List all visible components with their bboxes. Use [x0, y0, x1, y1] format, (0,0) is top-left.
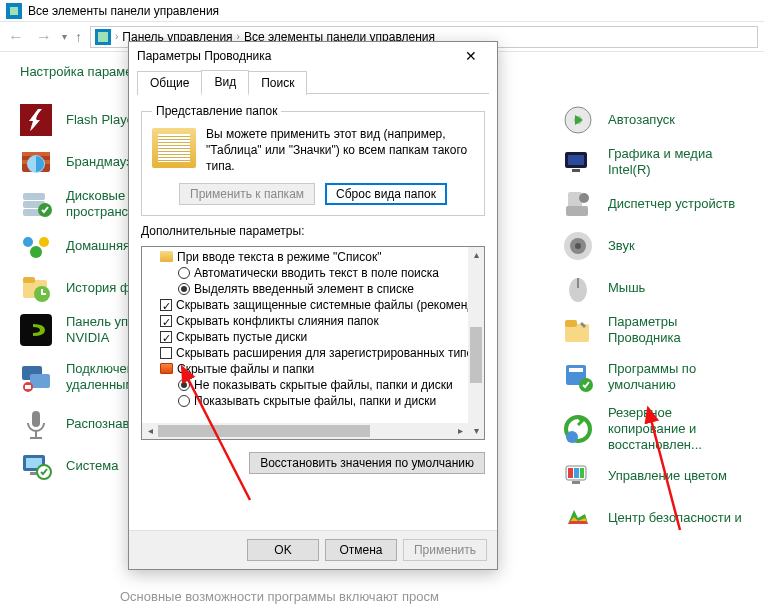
item-devmgr[interactable]: Диспетчер устройств: [562, 183, 744, 225]
dialog-title: Параметры Проводника: [137, 49, 271, 63]
svg-rect-15: [20, 314, 52, 346]
tree-radio-auto-search[interactable]: Автоматически вводить текст в поле поиск…: [146, 265, 480, 281]
vertical-scrollbar[interactable]: ▴ ▾: [468, 247, 484, 439]
firewall-icon: [20, 146, 52, 178]
svg-rect-43: [569, 368, 583, 372]
item-mouse[interactable]: Мышь: [562, 267, 744, 309]
file-history-icon: [20, 272, 52, 304]
svg-rect-49: [574, 468, 579, 478]
checkbox-icon: [160, 347, 172, 359]
svg-point-37: [575, 243, 581, 249]
item-label: Мышь: [608, 280, 645, 296]
tree-radio-dont-show-hidden[interactable]: Не показывать скрытые файлы, папки и дис…: [146, 377, 480, 393]
homegroup-icon: [20, 230, 52, 262]
folder-view-group: Представление папок Вы можете применить …: [141, 104, 485, 216]
tree-check-hide-empty-drives[interactable]: Скрывать пустые диски: [146, 329, 480, 345]
dialog-titlebar[interactable]: Параметры Проводника ✕: [129, 42, 497, 70]
cancel-button[interactable]: Отмена: [325, 539, 397, 561]
folder-icon: [160, 251, 173, 262]
item-label: Графика и медиа Intel(R): [608, 146, 744, 179]
cp-title: Все элементы панели управления: [28, 4, 219, 18]
nav-up-icon[interactable]: ↑: [75, 29, 82, 45]
folder-icon: [160, 363, 173, 374]
item-label: Автозапуск: [608, 112, 675, 128]
svg-rect-17: [30, 374, 50, 388]
cp-titlebar: Все элементы панели управления: [0, 0, 764, 22]
tree-label: Не показывать скрытые файлы, папки и дис…: [194, 377, 453, 393]
restore-defaults-button[interactable]: Восстановить значения по умолчанию: [249, 452, 485, 474]
nav-history-dropdown-icon[interactable]: ▾: [62, 31, 67, 42]
tree-label: Скрывать расширения для зарегистрированн…: [176, 345, 485, 361]
radio-icon: [178, 283, 190, 295]
item-security[interactable]: Центр безопасности и: [562, 497, 744, 539]
scroll-down-icon[interactable]: ▾: [468, 423, 484, 439]
scroll-left-icon[interactable]: ◂: [142, 423, 158, 439]
checkbox-icon: [160, 331, 172, 343]
folder-options-icon: [562, 314, 594, 346]
hscroll-thumb[interactable]: [158, 425, 370, 437]
svg-rect-13: [23, 277, 35, 283]
checkbox-icon: [160, 299, 172, 311]
svg-point-46: [566, 431, 578, 443]
advanced-settings-tree[interactable]: При вводе текста в режиме "Список" Автом…: [141, 246, 485, 440]
radio-icon: [178, 379, 190, 391]
tab-search[interactable]: Поиск: [248, 71, 307, 95]
tree-label: Скрывать защищенные системные файлы (рек…: [176, 297, 485, 313]
nav-back-icon[interactable]: ←: [6, 28, 26, 46]
horizontal-scrollbar[interactable]: ◂ ▸: [142, 423, 468, 439]
scroll-up-icon[interactable]: ▴: [468, 247, 484, 263]
svg-rect-30: [568, 155, 584, 165]
item-default-programs[interactable]: Программы по умолчанию: [562, 351, 744, 403]
tab-view[interactable]: Вид: [201, 70, 249, 94]
item-intel-gfx[interactable]: Графика и медиа Intel(R): [562, 141, 744, 183]
svg-rect-19: [25, 385, 31, 389]
item-backup[interactable]: Резервное копирование и восстановлен...: [562, 403, 744, 455]
scroll-thumb[interactable]: [470, 327, 482, 383]
nav-forward-icon: →: [34, 28, 54, 46]
item-sound[interactable]: Звук: [562, 225, 744, 267]
storage-spaces-icon: [20, 188, 52, 220]
item-label: Управление цветом: [608, 468, 727, 484]
system-icon: [20, 450, 52, 482]
tree-label: Скрывать пустые диски: [176, 329, 307, 345]
item-label: Звук: [608, 238, 635, 254]
nvidia-icon: [20, 314, 52, 346]
tree-group-hidden-files[interactable]: Скрытые файлы и папки: [146, 361, 480, 377]
item-explorer-options[interactable]: Параметры Проводника: [562, 309, 744, 351]
scroll-right-icon[interactable]: ▸: [452, 423, 468, 439]
item-color[interactable]: Управление цветом: [562, 455, 744, 497]
address-icon: [95, 29, 111, 45]
tree-check-hide-merge-conflicts[interactable]: Скрывать конфликты слияния папок: [146, 313, 480, 329]
tree-label: Скрытые файлы и папки: [177, 361, 314, 377]
tree-check-hide-protected[interactable]: Скрывать защищенные системные файлы (рек…: [146, 297, 480, 313]
close-icon[interactable]: ✕: [453, 48, 489, 64]
reset-folders-button[interactable]: Сброс вида папок: [325, 183, 447, 205]
svg-point-9: [23, 237, 33, 247]
item-label: Центр безопасности и: [608, 510, 742, 526]
checkbox-icon: [160, 315, 172, 327]
mouse-icon: [562, 272, 594, 304]
tree-check-hide-extensions[interactable]: Скрывать расширения для зарегистрированн…: [146, 345, 480, 361]
ok-button[interactable]: OK: [247, 539, 319, 561]
hscroll-track[interactable]: [158, 423, 452, 439]
tree-radio-show-hidden[interactable]: Показывать скрытые файлы, папки и диски: [146, 393, 480, 409]
svg-point-34: [579, 193, 589, 203]
svg-rect-21: [35, 431, 37, 437]
radio-icon: [178, 267, 190, 279]
item-label: Система: [66, 458, 118, 474]
tree-label: Автоматически вводить текст в поле поиск…: [194, 265, 439, 281]
item-label: Параметры Проводника: [608, 314, 744, 347]
group-legend: Представление папок: [152, 104, 281, 118]
tab-general[interactable]: Общие: [137, 71, 202, 95]
folder-options-dialog: Параметры Проводника ✕ Общие Вид Поиск П…: [128, 41, 498, 570]
item-label: Диспетчер устройств: [608, 196, 735, 212]
scroll-track[interactable]: [468, 263, 484, 423]
svg-point-10: [39, 237, 49, 247]
item-label: Резервное копирование и восстановлен...: [608, 405, 744, 454]
svg-rect-48: [568, 468, 573, 478]
item-autoplay[interactable]: Автозапуск: [562, 99, 744, 141]
tree-radio-select-in-list[interactable]: Выделять введенный элемент в списке: [146, 281, 480, 297]
tree-group-list-typing[interactable]: При вводе текста в режиме "Список": [146, 249, 480, 265]
security-center-icon: [562, 502, 594, 534]
remote-connections-icon: [20, 361, 52, 393]
